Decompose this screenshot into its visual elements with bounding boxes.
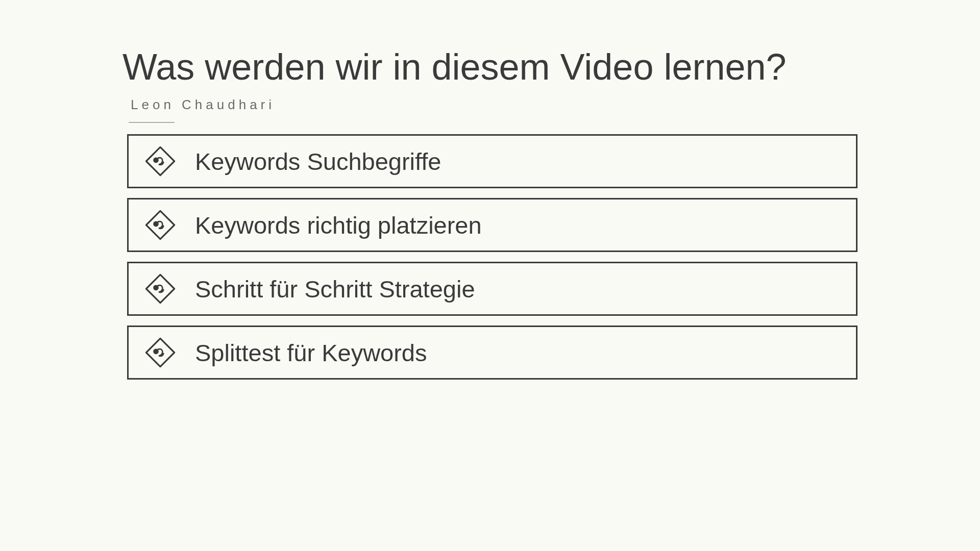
price-tag-icon (142, 143, 179, 180)
list-item-label: Keywords richtig platzieren (195, 211, 482, 239)
divider-line (129, 122, 175, 123)
list-item-label: Splittest für Keywords (195, 339, 427, 367)
price-tag-icon (142, 207, 179, 243)
list-item-label: Schritt für Schritt Strategie (195, 275, 475, 303)
price-tag-icon (142, 334, 179, 371)
svg-point-3 (154, 349, 158, 353)
list-item: Splittest für Keywords (127, 325, 857, 380)
svg-point-0 (154, 158, 158, 162)
svg-point-1 (154, 222, 158, 226)
page-title: Was werden wir in diesem Video lernen? (122, 46, 857, 88)
list-item-label: Keywords Suchbegriffe (195, 147, 441, 176)
price-tag-icon (142, 270, 179, 307)
list-item: Keywords richtig platzieren (127, 198, 857, 252)
list-item: Schritt für Schritt Strategie (127, 262, 857, 316)
author-name: Leon Chaudhari (131, 97, 857, 113)
svg-point-2 (154, 286, 158, 289)
list-item: Keywords Suchbegriffe (127, 134, 857, 188)
topic-list: Keywords Suchbegriffe Keywords richtig p… (127, 134, 857, 380)
